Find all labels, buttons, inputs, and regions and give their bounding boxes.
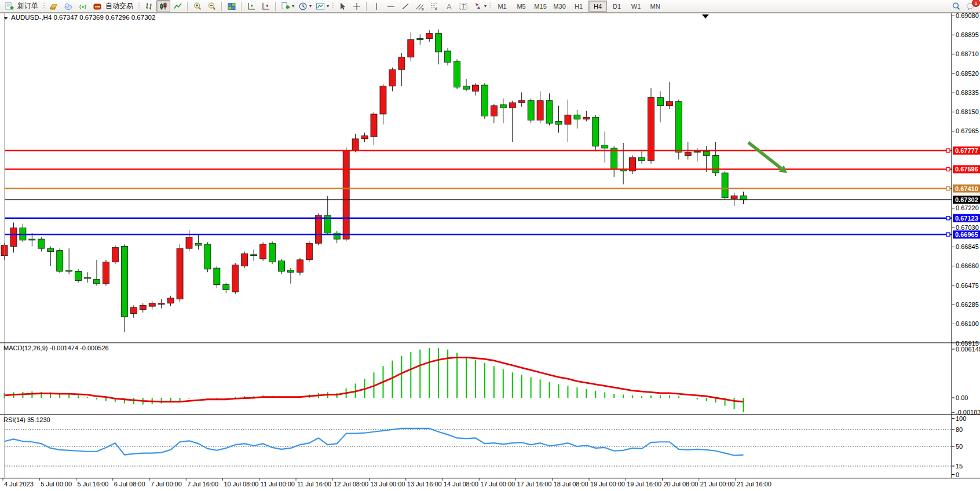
timeframe-m1[interactable]: M1 (493, 1, 511, 12)
bar-chart-button[interactable] (142, 0, 156, 12)
equidistant-channel-icon: E (415, 2, 425, 11)
bearish-candle (269, 243, 276, 262)
bullish-candle (158, 303, 164, 305)
timeframe-d1[interactable]: D1 (608, 1, 626, 12)
new-template-button[interactable] (279, 0, 292, 12)
svg-text:T: T (462, 3, 466, 10)
price-level-marker (946, 149, 950, 152)
bearish-candle (657, 97, 663, 105)
toolbar-separator (275, 2, 276, 11)
chart-background (0, 13, 980, 491)
text-button[interactable]: A (442, 0, 456, 12)
timeframe-m15[interactable]: M15 (531, 1, 550, 12)
bearish-candle (528, 101, 534, 120)
bullish-candle (140, 305, 146, 309)
vertical-line-button[interactable] (370, 0, 383, 12)
bullish-candle (380, 86, 386, 114)
bullish-candle (186, 237, 192, 248)
period-dropdown[interactable]: ▾ (309, 3, 313, 9)
history-center-button[interactable] (47, 0, 61, 12)
bullish-candle (297, 260, 303, 272)
time-tick-label: 10 Jul 08:00 (224, 481, 259, 488)
timeframe-w1[interactable]: W1 (627, 1, 645, 12)
chart-window: 0.690800.688950.687100.685200.683350.681… (0, 13, 980, 491)
indicators-button[interactable] (313, 0, 327, 12)
bullish-candle (537, 101, 543, 120)
line-chart-button[interactable] (171, 0, 185, 12)
bullish-candle (343, 150, 349, 239)
application-window: 新订单 自动交易 (0, 0, 980, 491)
timeframe-h1[interactable]: H1 (569, 1, 588, 12)
chart-shift-button[interactable] (244, 0, 258, 12)
tile-windows-button[interactable] (225, 0, 239, 12)
price-tick-label: 0.66100 (956, 320, 979, 327)
bearish-candle (121, 247, 127, 317)
price-level-badge-label: 0.67410 (955, 185, 978, 192)
timeframe-m30[interactable]: M30 (550, 1, 569, 12)
auto-trading-label[interactable]: 自动交易 (105, 1, 137, 11)
price-level-badge-label: 0.67302 (955, 196, 978, 203)
cursor-button[interactable] (335, 0, 349, 12)
bearish-candle (57, 251, 63, 272)
timeframe-m5[interactable]: M5 (512, 1, 531, 12)
zoom-out-icon (207, 2, 217, 11)
fibonacci-button[interactable]: F (427, 0, 441, 12)
bearish-candle (66, 270, 72, 272)
period-button[interactable] (296, 0, 310, 12)
equidistant-channel-button[interactable]: E (413, 0, 427, 12)
bearish-candle (75, 271, 82, 280)
chart-shift-icon (247, 2, 256, 11)
svg-text:F: F (435, 8, 437, 11)
bullish-candle (167, 298, 174, 303)
price-level-marker (946, 233, 950, 236)
timeframe-mn[interactable]: MN (646, 1, 664, 12)
bullish-candle (242, 254, 248, 266)
bearish-candle (223, 285, 229, 290)
zoom-out-button[interactable] (205, 0, 219, 12)
audusd-h4-chart[interactable]: 0.690800.688950.687100.685200.683350.681… (0, 13, 980, 491)
price-tick-label: 0.66845 (956, 243, 979, 250)
macd-tick-label: 0.00 (956, 394, 968, 401)
time-tick-label: 17 Jul 00:00 (480, 481, 515, 488)
time-tick-label: 7 Jul 00:00 (151, 481, 182, 488)
auto-scroll-button[interactable] (259, 0, 273, 12)
bearish-candle (555, 121, 562, 124)
search-button[interactable] (949, 0, 963, 12)
toolbar-grip (138, 2, 140, 10)
toolbar-separator (366, 2, 367, 11)
bullish-candle (426, 34, 433, 39)
macd-tick-label: 0.006145 (956, 346, 980, 353)
time-tick-label: 12 Jul 08:00 (334, 481, 368, 488)
price-tick-label: 0.67965 (956, 127, 979, 134)
timeframe-h4[interactable]: H4 (588, 1, 607, 12)
new-order-button[interactable] (2, 0, 16, 12)
notifications-button[interactable]: 1 (964, 0, 978, 12)
fibonacci-icon: F (430, 2, 439, 11)
macd-pane-separator (0, 342, 980, 343)
new-order-label[interactable]: 新订单 (17, 1, 42, 11)
text-label-button[interactable]: T (456, 0, 470, 12)
indicators-dropdown[interactable]: ▾ (327, 3, 330, 9)
publisher-button[interactable] (61, 0, 75, 12)
signals-button[interactable] (76, 0, 90, 12)
horizontal-line-button[interactable] (384, 0, 398, 12)
trendline-button[interactable] (398, 0, 412, 12)
bullish-candle (565, 115, 571, 124)
new-template-dropdown[interactable]: ▾ (292, 3, 295, 9)
arrows-button[interactable] (471, 0, 485, 12)
crosshair-button[interactable] (350, 0, 364, 12)
auto-trading-button[interactable] (90, 0, 104, 12)
candlestick-chart-button[interactable] (156, 0, 170, 12)
time-tick-label: 19 Jul 00:00 (590, 481, 625, 488)
zoom-in-icon (193, 2, 202, 11)
bullish-candle (149, 303, 155, 306)
bearish-candle (500, 105, 506, 108)
bearish-candle (287, 270, 294, 273)
rsi-tick-label: 80 (956, 426, 963, 433)
toolbar-separator (187, 2, 188, 11)
price-level-badge-label: 0.67777 (955, 147, 978, 154)
bearish-candle (454, 61, 460, 87)
bullish-candle (352, 139, 359, 151)
zoom-in-button[interactable] (191, 0, 204, 12)
arrows-dropdown[interactable]: ▾ (484, 3, 488, 9)
